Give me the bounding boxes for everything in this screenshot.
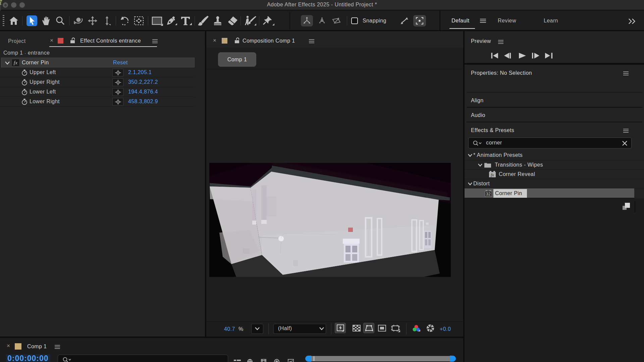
svg-text:fx: fx: [491, 173, 494, 177]
svg-text:32: 32: [486, 192, 491, 196]
